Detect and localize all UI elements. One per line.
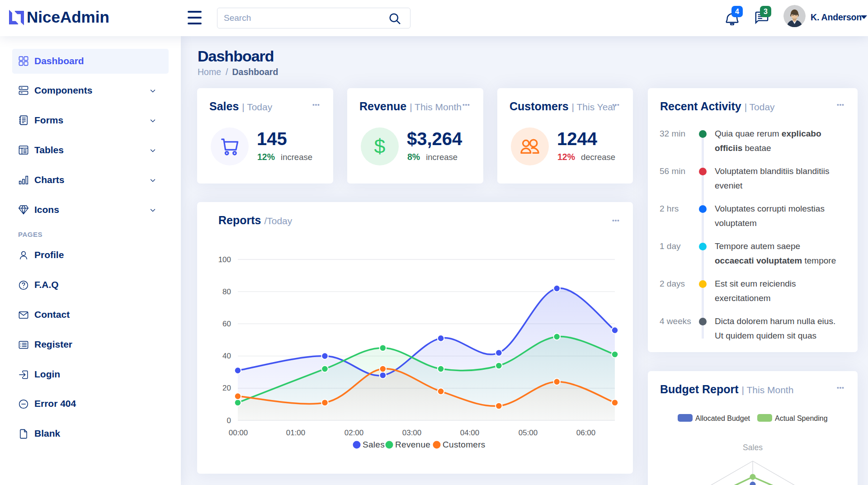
svg-text:04:00: 04:00	[460, 428, 480, 437]
svg-text:03:00: 03:00	[402, 428, 422, 437]
svg-text:Sales: Sales	[743, 443, 763, 452]
svg-text:0: 0	[227, 416, 231, 425]
svg-text:40: 40	[222, 352, 231, 360]
svg-text:$: $	[374, 136, 386, 157]
svg-text:Revenue: Revenue	[395, 440, 430, 449]
svg-text:00:00: 00:00	[229, 428, 248, 437]
svg-text:06:00: 06:00	[576, 428, 596, 437]
svg-text:01:00: 01:00	[286, 428, 306, 437]
svg-text:20: 20	[222, 384, 231, 392]
svg-text:100: 100	[218, 255, 231, 264]
svg-text:05:00: 05:00	[519, 428, 538, 437]
svg-text:Customers: Customers	[443, 440, 486, 449]
svg-text:80: 80	[222, 287, 231, 296]
svg-text:02:00: 02:00	[344, 428, 364, 437]
svg-text:Sales: Sales	[363, 440, 385, 449]
svg-text:60: 60	[222, 320, 231, 328]
